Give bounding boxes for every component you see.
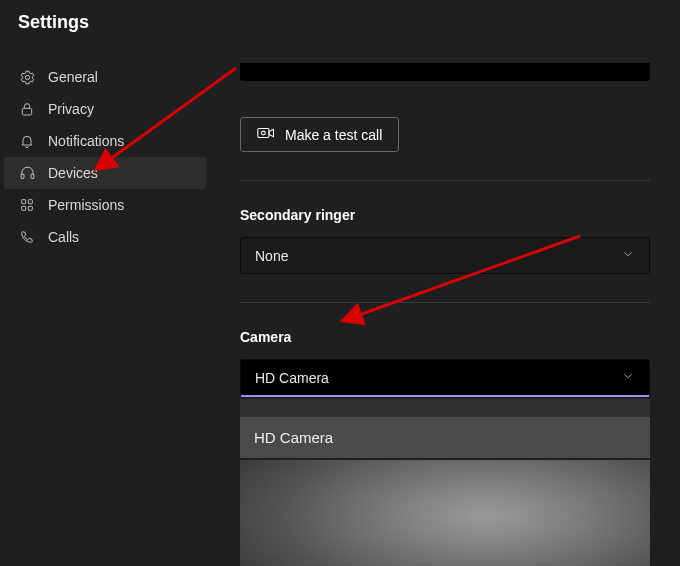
sidebar-item-label: General: [48, 69, 98, 85]
content-pane: Make a test call Secondary ringer None C…: [210, 41, 680, 566]
sidebar-item-label: Privacy: [48, 101, 94, 117]
svg-point-0: [25, 75, 29, 79]
partial-select-above[interactable]: [240, 63, 650, 81]
phone-icon: [18, 228, 36, 246]
sidebar-item-notifications[interactable]: Notifications: [4, 125, 206, 157]
chevron-down-icon: [621, 369, 635, 386]
svg-rect-3: [31, 174, 34, 178]
camera-dropdown: HD Camera: [240, 399, 650, 458]
sidebar: General Privacy Notifications Devices: [0, 41, 210, 566]
svg-rect-1: [22, 108, 31, 115]
button-label: Make a test call: [285, 127, 382, 143]
sidebar-item-devices[interactable]: Devices: [4, 157, 206, 189]
camera-preview: Preview: [240, 460, 650, 566]
sidebar-item-permissions[interactable]: Permissions: [4, 189, 206, 221]
secondary-ringer-label: Secondary ringer: [240, 207, 660, 223]
bell-icon: [18, 132, 36, 150]
sidebar-item-label: Calls: [48, 229, 79, 245]
svg-rect-7: [28, 206, 32, 210]
sidebar-item-calls[interactable]: Calls: [4, 221, 206, 253]
sidebar-item-label: Permissions: [48, 197, 124, 213]
sidebar-item-privacy[interactable]: Privacy: [4, 93, 206, 125]
camera-option[interactable]: HD Camera: [240, 417, 650, 458]
apps-icon: [18, 196, 36, 214]
sidebar-item-general[interactable]: General: [4, 61, 206, 93]
lock-icon: [18, 100, 36, 118]
svg-rect-2: [21, 174, 24, 178]
camera-select[interactable]: HD Camera: [240, 359, 650, 397]
svg-rect-4: [22, 200, 26, 204]
sidebar-item-label: Notifications: [48, 133, 124, 149]
select-value: None: [255, 248, 288, 264]
gear-icon: [18, 68, 36, 86]
preview-image: [240, 460, 650, 566]
divider: [240, 180, 650, 181]
headset-icon: [18, 164, 36, 182]
test-call-icon: [257, 126, 275, 143]
chevron-down-icon: [621, 247, 635, 264]
secondary-ringer-select[interactable]: None: [240, 237, 650, 274]
divider: [240, 302, 650, 303]
page-title: Settings: [0, 0, 680, 41]
camera-label: Camera: [240, 329, 660, 345]
svg-rect-5: [28, 200, 32, 204]
svg-rect-8: [258, 129, 269, 138]
make-test-call-button[interactable]: Make a test call: [240, 117, 399, 152]
svg-rect-6: [22, 206, 26, 210]
svg-point-9: [262, 131, 266, 135]
dropdown-spacer: [240, 399, 650, 417]
sidebar-item-label: Devices: [48, 165, 98, 181]
select-value: HD Camera: [255, 370, 329, 386]
